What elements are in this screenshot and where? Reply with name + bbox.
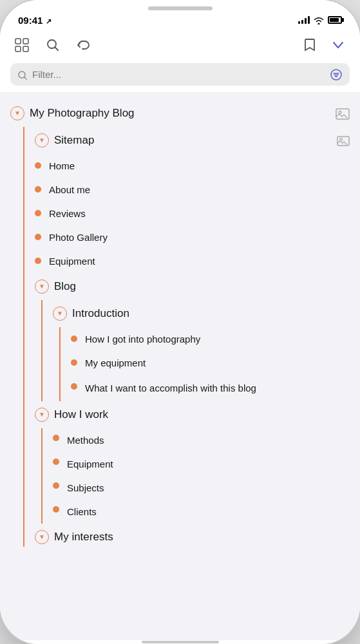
status-icons [298,15,342,25]
item-label: Methods [67,435,104,446]
my-interests-collapse-button[interactable]: ▼ [35,530,49,544]
root-title: My Photography Blog [30,107,135,120]
list-item: Home [17,154,350,178]
list-item: Equipment [17,249,350,273]
svg-rect-9 [337,137,349,146]
how-i-work-section: ▼ How I work Methods [17,401,350,524]
item-label: Equipment [67,459,113,469]
svg-rect-1 [23,39,28,44]
my-interests-title: My interests [54,531,113,544]
introduction-header: ▼ Introduction [35,300,350,327]
dot-icon [71,359,77,366]
root-collapse-button[interactable]: ▼ [10,106,24,120]
home-indicator [142,641,219,643]
blog-collapse-button[interactable]: ▼ [35,279,49,294]
list-item: Methods [35,428,350,452]
root-chevron-icon: ▼ [14,110,21,117]
list-item: Photo Gallery [17,225,350,249]
notch-pill [148,6,213,10]
sitemap-collapse-button[interactable]: ▼ [35,133,49,147]
list-item: Clients [35,500,350,524]
dot-icon [35,234,41,240]
blog-chevron-icon: ▼ [39,283,45,290]
list-item: Reviews [17,202,350,225]
content-area: ▼ My Photography Blog [0,92,360,640]
introduction-items-container: How I got into photography My equipment … [53,327,350,401]
dot-icon [53,459,59,465]
wifi-icon [314,15,324,25]
how-i-work-header: ▼ How I work [17,401,350,428]
introduction-items: How I got into photography My equipment … [53,327,350,401]
my-interests-left: ▼ My interests [35,530,113,544]
sitemap-title: Sitemap [54,134,94,147]
my-interests-chevron-icon: ▼ [39,534,45,540]
blog-header: ▼ Blog [17,273,350,300]
sitemap-items: Home About me Reviews Photo Gallery [17,154,350,273]
sitemap-chevron-icon: ▼ [39,137,45,144]
chevron-down-icon[interactable] [329,36,347,54]
level3-line [59,327,61,401]
list-item: Subjects [35,476,350,500]
blog-section: ▼ Blog ▼ Introduction [17,273,350,401]
dot-icon [71,336,77,342]
item-label: Equipment [49,256,95,267]
list-item: About me [17,178,350,202]
bookmark-icon[interactable] [301,36,319,54]
blog-title: Blog [54,280,76,293]
sitemap-image-icon[interactable] [337,135,350,146]
root-image-icon[interactable] [336,106,350,120]
list-item: Equipment [35,452,350,476]
how-i-work-collapse-button[interactable]: ▼ [35,408,49,422]
level2-line-work [41,428,43,524]
svg-point-8 [339,111,341,113]
item-label: Subjects [67,482,104,493]
undo-icon[interactable] [75,36,93,54]
location-arrow: ↗ [46,17,52,25]
filter-bar [0,59,360,92]
toolbar [0,31,360,59]
svg-point-10 [340,138,343,140]
dot-icon [53,482,59,489]
toolbar-right [301,36,347,54]
how-i-work-title: How I work [54,408,108,421]
filter-input-wrap[interactable] [10,63,350,86]
list-item: What I want to accomplish with this blog [53,375,350,401]
svg-rect-3 [23,46,28,52]
svg-rect-2 [15,46,21,52]
item-label: Reviews [49,208,86,219]
my-interests-section: ▼ My interests [17,524,350,547]
dot-icon [71,383,77,390]
list-item: How I got into photography [53,327,350,351]
introduction-collapse-button[interactable]: ▼ [53,307,67,321]
root-item: ▼ My Photography Blog [10,101,350,127]
item-label: How I got into photography [85,334,200,345]
dot-icon [35,162,41,169]
blog-section-left: ▼ Blog [35,279,76,294]
svg-rect-0 [15,39,21,44]
item-label: What I want to accomplish with this blog [85,381,256,395]
introduction-chevron-icon: ▼ [57,310,63,317]
grid-icon[interactable] [13,36,31,54]
filter-options-icon[interactable] [330,68,342,80]
item-label: Photo Gallery [49,232,108,243]
status-bar: 09:41 ↗ [0,0,360,31]
list-item: My equipment [53,351,350,375]
filter-input[interactable] [32,69,325,80]
filter-search-icon [18,69,27,79]
introduction-container: ▼ Introduction How I got into photograph… [35,300,350,401]
item-label: My equipment [85,357,146,368]
bottom-bar [0,640,360,644]
time-text: 09:41 [18,15,43,26]
sitemap-section-left: ▼ Sitemap [35,133,94,147]
dot-icon [35,186,41,193]
level1-sitemap-container: ▼ Sitemap [17,127,350,547]
sitemap-section: ▼ Sitemap [17,127,350,154]
item-label: Home [49,160,75,171]
dot-icon [53,435,59,441]
dot-icon [53,506,59,513]
how-i-work-items-container: Methods Equipment Subjects [35,428,350,524]
dot-icon [35,258,41,264]
battery-icon [328,16,342,24]
search-icon[interactable] [44,36,62,54]
status-time: 09:41 ↗ [18,15,52,26]
